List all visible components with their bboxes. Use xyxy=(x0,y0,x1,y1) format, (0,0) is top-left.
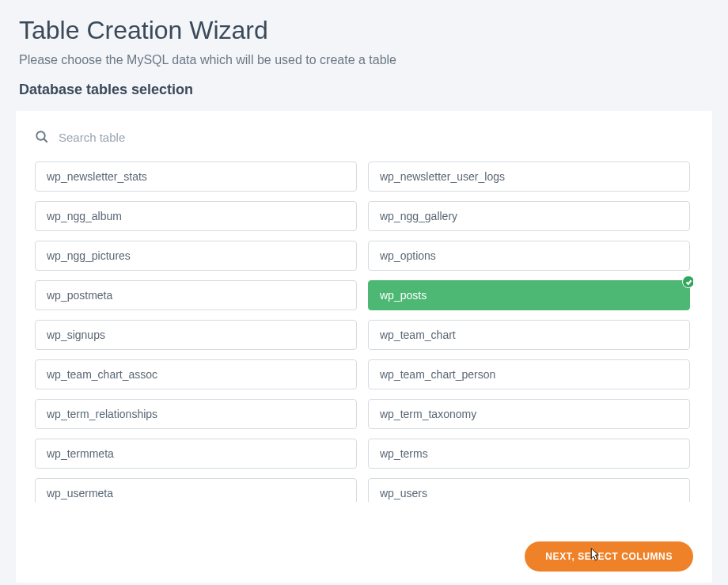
table-item-label: wp_options xyxy=(380,249,436,262)
table-selection-card: wp_newsletter_statswp_newsletter_user_lo… xyxy=(16,111,712,583)
table-grid: wp_newsletter_statswp_newsletter_user_lo… xyxy=(35,161,690,502)
table-item-label: wp_usermeta xyxy=(47,487,113,500)
table-item[interactable]: wp_signups xyxy=(35,320,357,350)
table-item-label: wp_signups xyxy=(47,329,105,341)
table-item[interactable]: wp_team_chart_person xyxy=(368,359,690,389)
search-input[interactable] xyxy=(59,131,693,144)
table-item[interactable]: wp_team_chart xyxy=(368,320,690,350)
table-item-label: wp_ngg_pictures xyxy=(47,249,131,262)
table-item-label: wp_team_chart_assoc xyxy=(47,368,157,381)
svg-point-0 xyxy=(36,131,45,140)
table-item-label: wp_postmeta xyxy=(47,289,112,302)
table-item-label: wp_ngg_gallery xyxy=(380,210,457,222)
table-list-scroll[interactable]: wp_newsletter_statswp_newsletter_user_lo… xyxy=(35,161,693,502)
search-icon xyxy=(35,130,49,144)
page-subtitle: Please choose the MySQL data which will … xyxy=(19,53,709,67)
wizard-footer: NEXT, SELECT COLUMNS xyxy=(525,541,693,572)
table-item[interactable]: wp_ngg_pictures xyxy=(35,241,357,271)
table-item-label: wp_users xyxy=(380,487,427,500)
table-item[interactable]: wp_usermeta xyxy=(35,478,357,502)
svg-line-1 xyxy=(44,139,47,142)
table-item[interactable]: wp_team_chart_assoc xyxy=(35,359,357,389)
check-icon xyxy=(682,275,693,288)
table-item-label: wp_team_chart xyxy=(380,329,456,341)
table-item[interactable]: wp_termmeta xyxy=(35,439,357,469)
table-item-label: wp_termmeta xyxy=(47,447,114,460)
table-item[interactable]: wp_ngg_album xyxy=(35,201,357,231)
table-item[interactable]: wp_term_taxonomy xyxy=(368,399,690,429)
section-title: Database tables selection xyxy=(19,82,709,98)
table-item-label: wp_terms xyxy=(380,447,428,460)
table-item[interactable]: wp_options xyxy=(368,241,690,271)
search-row xyxy=(35,130,693,144)
table-item[interactable]: wp_ngg_gallery xyxy=(368,201,690,231)
table-item-label: wp_ngg_album xyxy=(47,210,122,222)
table-item[interactable]: wp_users xyxy=(368,478,690,502)
next-select-columns-button[interactable]: NEXT, SELECT COLUMNS xyxy=(525,541,693,572)
table-item[interactable]: wp_term_relationships xyxy=(35,399,357,429)
table-item[interactable]: wp_postmeta xyxy=(35,280,357,310)
table-item[interactable]: wp_terms xyxy=(368,439,690,469)
table-item-label: wp_newsletter_user_logs xyxy=(380,170,505,183)
table-item-label: wp_team_chart_person xyxy=(380,368,495,381)
table-item-label: wp_newsletter_stats xyxy=(47,170,147,183)
table-item-label: wp_term_relationships xyxy=(47,408,157,420)
table-item-label: wp_posts xyxy=(380,289,427,302)
table-item[interactable]: wp_posts xyxy=(368,280,690,310)
table-item[interactable]: wp_newsletter_stats xyxy=(35,161,357,192)
table-item[interactable]: wp_newsletter_user_logs xyxy=(368,161,690,192)
page-title: Table Creation Wizard xyxy=(19,16,709,45)
table-item-label: wp_term_taxonomy xyxy=(380,408,476,420)
